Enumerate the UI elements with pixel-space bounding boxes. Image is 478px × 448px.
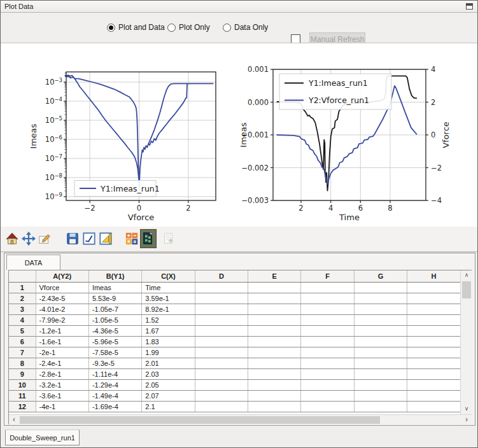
cell[interactable] <box>354 379 407 390</box>
cell[interactable] <box>407 314 460 325</box>
restore-window-icon[interactable] <box>466 3 473 10</box>
cell[interactable]: Time <box>142 282 195 293</box>
cell[interactable] <box>354 314 407 325</box>
right-plot[interactable]: 24680.0010.000−0.001−0.002−0.003420−2−4T… <box>239 65 451 222</box>
cell[interactable] <box>354 282 407 293</box>
cell[interactable] <box>248 368 301 379</box>
cell[interactable] <box>354 358 407 368</box>
column-header[interactable]: G <box>354 270 407 282</box>
cell[interactable] <box>301 325 354 336</box>
column-header[interactable]: D <box>195 270 248 282</box>
cell[interactable]: -5.96e-5 <box>88 336 141 347</box>
cell[interactable]: -4.36e-5 <box>88 325 141 336</box>
cell[interactable]: 2.05 <box>142 379 195 390</box>
cell[interactable]: 1.83 <box>142 336 195 347</box>
cell[interactable] <box>195 379 248 390</box>
cell[interactable] <box>195 314 248 325</box>
cell[interactable] <box>354 304 407 314</box>
cell[interactable] <box>248 379 301 390</box>
scroll-left-icon[interactable]: ‹ <box>9 415 19 425</box>
horizontal-scrollbar[interactable]: ‹ › <box>9 414 472 424</box>
cell[interactable] <box>301 314 354 325</box>
cell[interactable] <box>301 336 354 347</box>
cell[interactable]: -2.4e-1 <box>36 358 88 368</box>
vscroll-thumb[interactable] <box>462 281 471 298</box>
cell[interactable]: -7.99e-2 <box>36 314 88 325</box>
cell[interactable] <box>195 304 248 314</box>
tab-data[interactable]: DATA <box>6 255 60 270</box>
cell[interactable] <box>407 368 460 379</box>
cell[interactable] <box>248 282 301 293</box>
corner-cell[interactable] <box>9 270 36 282</box>
cell[interactable] <box>407 293 460 304</box>
radio-plot-only[interactable]: Plot Only <box>167 23 210 32</box>
cell[interactable] <box>354 336 407 347</box>
cell[interactable] <box>195 282 248 293</box>
cell[interactable] <box>248 336 301 347</box>
row-header[interactable]: 6 <box>9 336 36 347</box>
vertical-scrollbar[interactable]: ∧ ∨ <box>460 270 472 414</box>
edit-plot-icon[interactable] <box>37 229 53 248</box>
column-header[interactable]: E <box>248 270 301 282</box>
cell[interactable] <box>248 314 301 325</box>
cell[interactable] <box>248 358 301 368</box>
row-header[interactable]: 12 <box>9 401 36 412</box>
scroll-right-icon[interactable]: › <box>461 415 472 425</box>
cell[interactable] <box>301 282 354 293</box>
cell[interactable]: 8.92e-1 <box>142 304 195 314</box>
cell[interactable] <box>301 368 354 379</box>
cell[interactable] <box>195 368 248 379</box>
cell[interactable] <box>195 293 248 304</box>
cell[interactable]: -2.8e-1 <box>36 368 88 379</box>
cell[interactable] <box>248 293 301 304</box>
cell[interactable] <box>301 304 354 314</box>
column-header[interactable]: F <box>301 270 354 282</box>
column-header[interactable]: A(Y2) <box>36 270 88 282</box>
cell[interactable] <box>354 401 407 412</box>
column-header[interactable]: H <box>407 270 460 282</box>
plot-scale-icon[interactable] <box>97 229 114 248</box>
scroll-up-icon[interactable]: ∧ <box>461 270 472 281</box>
cell[interactable]: -3.2e-1 <box>36 379 88 390</box>
cell[interactable] <box>407 390 460 401</box>
cell[interactable] <box>407 379 460 390</box>
hscroll-thumb[interactable] <box>20 416 380 424</box>
cell[interactable]: Vforce <box>36 282 88 293</box>
cell[interactable] <box>195 358 248 368</box>
cell[interactable]: -1.49e-4 <box>88 390 141 401</box>
cell[interactable]: -9.3e-5 <box>88 358 141 368</box>
cell[interactable]: 1.52 <box>142 314 195 325</box>
tab-double-sweep-run1[interactable]: Double_Sweep_run1 <box>5 430 80 445</box>
cell[interactable] <box>248 325 301 336</box>
cell[interactable]: -1.11e-4 <box>88 368 141 379</box>
cell[interactable]: -4.01e-2 <box>36 304 88 314</box>
cell[interactable]: 2.01 <box>142 358 195 368</box>
row-header[interactable]: 9 <box>9 368 36 379</box>
cell[interactable] <box>195 401 248 412</box>
cell[interactable] <box>354 347 407 358</box>
row-header[interactable]: 3 <box>9 304 36 314</box>
cell[interactable]: 3.59e-1 <box>142 293 195 304</box>
cell[interactable]: -2e-1 <box>36 347 88 358</box>
cell[interactable] <box>301 347 354 358</box>
cell[interactable] <box>407 325 460 336</box>
cell[interactable] <box>195 390 248 401</box>
cell[interactable]: 1.99 <box>142 347 195 358</box>
cell[interactable] <box>248 401 301 412</box>
row-header[interactable]: 8 <box>9 358 36 368</box>
cell[interactable]: -1.69e-4 <box>88 401 141 412</box>
left-plot[interactable]: −20210−310−410−510−610−710−810−9VforceIm… <box>29 72 216 222</box>
cell[interactable]: -1.05e-5 <box>88 314 141 325</box>
cell[interactable]: -3.6e-1 <box>36 390 88 401</box>
cell[interactable]: -1.2e-1 <box>36 325 88 336</box>
cell[interactable]: 2.07 <box>142 390 195 401</box>
data-sheet-icon[interactable] <box>140 229 157 248</box>
cell[interactable]: 1.67 <box>142 325 195 336</box>
cell[interactable]: -1.6e-1 <box>36 336 88 347</box>
cell[interactable]: Imeas <box>88 282 141 293</box>
cell[interactable]: -2.43e-5 <box>36 293 88 304</box>
cell[interactable] <box>301 390 354 401</box>
home-icon[interactable] <box>4 229 20 248</box>
cell[interactable] <box>354 390 407 401</box>
cell[interactable] <box>407 336 460 347</box>
